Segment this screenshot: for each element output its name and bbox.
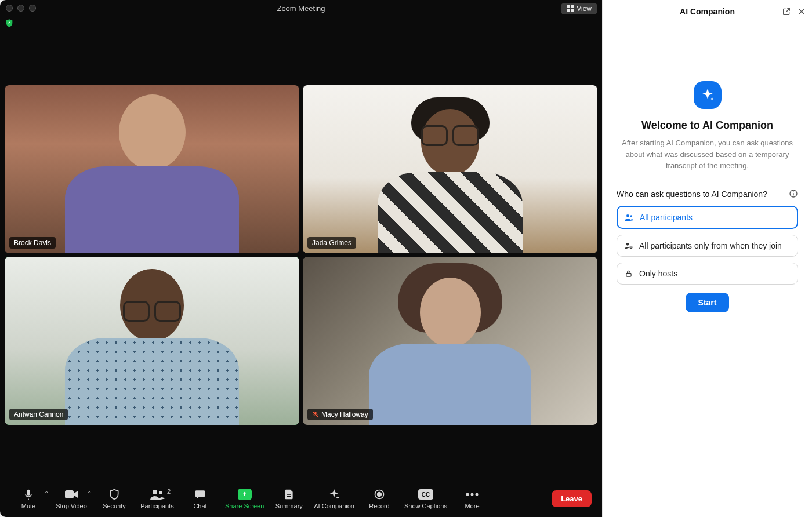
more-button[interactable]: More [454, 488, 490, 509]
microphone-icon [23, 488, 34, 501]
option-label: Only hosts [639, 269, 677, 278]
view-button[interactable]: View [561, 3, 597, 14]
captions-icon: CC [418, 488, 433, 501]
participants-button[interactable]: 2 Participants [139, 488, 175, 509]
camera-icon [64, 488, 78, 501]
summary-button[interactable]: Summary [271, 488, 307, 509]
svg-point-7 [159, 491, 162, 494]
encryption-shield-icon[interactable] [5, 19, 14, 28]
participant-name-tag: Antwan Cannon [9, 409, 68, 420]
show-captions-button[interactable]: CC Show Captions [404, 488, 447, 509]
tool-label: Security [103, 503, 126, 509]
participant-video [5, 85, 299, 253]
svg-point-17 [793, 191, 793, 192]
participant-name-tag: Jada Grimes [307, 237, 356, 249]
svg-point-14 [475, 493, 478, 496]
tool-label: Mute [21, 503, 35, 509]
ai-companion-logo-icon [694, 81, 722, 109]
option-from-when-they-join[interactable]: All participants only from when they joi… [617, 235, 798, 257]
video-grid: Brock Davis Jada Grimes Antwan Cannon [0, 30, 602, 480]
option-all-participants[interactable]: All participants [617, 206, 798, 229]
record-icon [374, 488, 385, 501]
tool-label: Participants [140, 503, 173, 509]
panel-title: AI Companion [680, 7, 735, 16]
close-icon[interactable] [797, 7, 806, 16]
share-screen-icon [238, 488, 252, 501]
security-button[interactable]: Security [96, 488, 132, 509]
popout-icon[interactable] [782, 7, 791, 16]
permission-section-label: Who can ask questions to AI Companion? [617, 189, 798, 200]
chevron-up-icon[interactable]: ⌃ [44, 490, 49, 497]
svg-point-20 [626, 243, 629, 246]
svg-point-19 [630, 215, 632, 217]
participants-icon [150, 488, 165, 501]
chat-icon [194, 488, 206, 501]
svg-point-12 [466, 493, 469, 496]
start-button[interactable]: Start [686, 293, 730, 312]
sparkle-icon [328, 488, 340, 501]
svg-rect-22 [626, 273, 631, 276]
window-title: Zoom Meeting [6, 4, 596, 13]
lock-icon [624, 269, 633, 278]
leave-button[interactable]: Leave [552, 490, 592, 507]
panel-header: AI Companion [603, 0, 812, 23]
svg-rect-1 [571, 5, 574, 8]
info-icon[interactable] [789, 189, 798, 200]
tool-label: Chat [193, 503, 206, 509]
tool-label: Summary [276, 503, 303, 509]
window-close-dot[interactable] [6, 5, 13, 12]
permission-label-text: Who can ask questions to AI Companion? [617, 190, 767, 199]
record-button[interactable]: Record [361, 488, 397, 509]
participant-name: Macy Halloway [321, 410, 368, 418]
participant-name-tag: Brock Davis [9, 237, 56, 249]
share-screen-button[interactable]: Share Screen [225, 488, 264, 509]
chevron-up-icon[interactable]: ⌃ [87, 490, 92, 497]
tool-label: More [465, 503, 479, 509]
svg-rect-2 [567, 9, 570, 12]
window-minimize-dot[interactable] [17, 5, 24, 12]
participant-video [303, 85, 597, 253]
welcome-heading: Welcome to AI Companion [617, 119, 798, 132]
window-controls[interactable] [6, 5, 36, 12]
svg-rect-0 [567, 5, 570, 8]
video-tile[interactable]: Antwan Cannon [5, 257, 299, 425]
person-join-icon [624, 242, 633, 250]
option-label: All participants [640, 213, 693, 222]
video-tile[interactable]: Jada Grimes [303, 85, 597, 253]
meeting-toolbar: ⌃ Mute ⌃ Stop Video Security [0, 480, 602, 517]
svg-point-9 [378, 492, 382, 496]
grid-icon [567, 5, 574, 12]
more-icon [466, 488, 478, 501]
video-tile[interactable]: Macy Halloway [303, 257, 597, 425]
option-label: All participants only from when they joi… [639, 241, 782, 250]
svg-rect-3 [571, 9, 574, 12]
start-label: Start [698, 298, 717, 307]
mute-button[interactable]: ⌃ Mute [10, 488, 46, 509]
participant-count: 2 [167, 488, 171, 495]
tool-label: Stop Video [56, 503, 87, 509]
tool-label: Record [369, 503, 389, 509]
shield-icon [108, 488, 120, 501]
window-zoom-dot[interactable] [29, 5, 36, 12]
chat-button[interactable]: Chat [182, 488, 218, 509]
option-only-hosts[interactable]: Only hosts [617, 263, 798, 285]
svg-rect-5 [65, 490, 74, 498]
participant-name-tag: Macy Halloway [307, 409, 373, 420]
ai-companion-button[interactable]: AI Companion [314, 488, 354, 509]
svg-point-13 [470, 493, 473, 496]
svg-point-18 [626, 214, 629, 217]
ai-companion-panel: AI Companion Welcome to AI Companion Aft… [602, 0, 812, 517]
participant-name: Brock Davis [14, 239, 51, 247]
video-tile[interactable]: Brock Davis [5, 85, 299, 253]
group-icon [625, 213, 634, 221]
tool-label: Share Screen [225, 503, 264, 509]
tool-label: Show Captions [404, 503, 447, 509]
window-titlebar: Zoom Meeting View [0, 0, 602, 16]
meeting-area: Zoom Meeting View Brock Davis [0, 0, 602, 517]
stop-video-button[interactable]: ⌃ Stop Video [53, 488, 89, 509]
welcome-body: After starting AI Companion, you can ask… [621, 137, 795, 172]
svg-text:CC: CC [422, 491, 430, 498]
participant-video [5, 257, 299, 425]
encryption-indicator-row [0, 16, 602, 30]
panel-body: Welcome to AI Companion After starting A… [603, 23, 812, 517]
